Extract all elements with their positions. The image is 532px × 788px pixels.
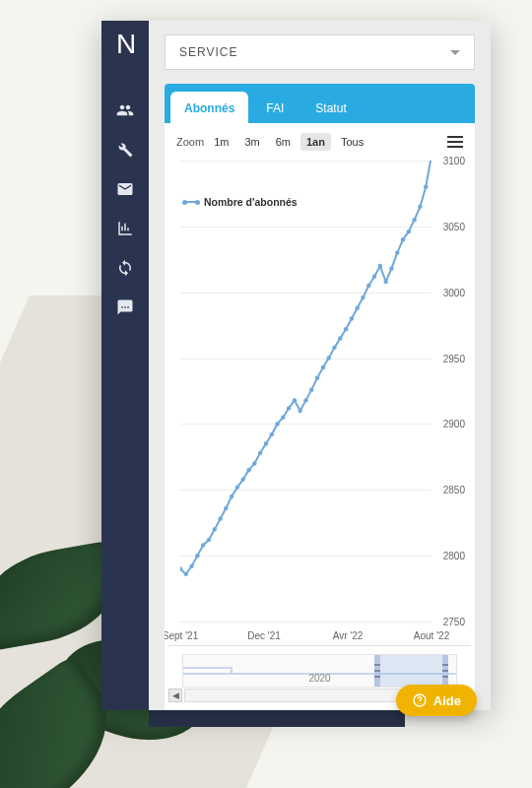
svg-point-24	[315, 375, 319, 379]
zoom-3m[interactable]: 3m	[238, 133, 265, 151]
help-icon	[412, 692, 428, 708]
svg-point-13	[252, 461, 256, 465]
zoom-all[interactable]: Tous	[335, 133, 369, 151]
y-axis-tick: 2950	[443, 353, 465, 363]
svg-point-20	[293, 398, 297, 402]
svg-point-29	[344, 327, 348, 331]
svg-point-15	[264, 441, 268, 445]
chart-card: Abonnés FAI Statut Zoom 1m 3m 6m 1an Tou…	[165, 84, 475, 710]
svg-point-38	[395, 250, 399, 254]
comment-icon[interactable]	[116, 298, 134, 316]
gridline	[180, 622, 432, 623]
svg-point-26	[326, 356, 330, 360]
svg-point-3	[195, 554, 199, 558]
svg-point-14	[258, 451, 262, 455]
tab-bar: Abonnés FAI Statut	[165, 84, 475, 123]
svg-point-11	[241, 477, 245, 481]
tab-subscribers[interactable]: Abonnés	[170, 92, 248, 123]
mail-icon[interactable]	[116, 180, 134, 198]
x-axis-tick: Sept '21	[165, 630, 198, 641]
service-select-label: SERVICE	[179, 45, 237, 59]
service-select[interactable]: SERVICE	[165, 34, 475, 70]
svg-point-18	[281, 416, 285, 420]
sidebar: N	[101, 21, 149, 710]
svg-point-22	[303, 398, 307, 402]
svg-point-5	[207, 538, 211, 542]
chart-plot-area[interactable]: Nombre d'abonnés 27502800285029002950300…	[168, 161, 471, 645]
chevron-down-icon	[450, 50, 460, 55]
sync-icon[interactable]	[116, 259, 134, 277]
y-axis-tick: 2750	[443, 617, 465, 627]
main-panel: SERVICE Abonnés FAI Statut Zoom 1m 3m 6m…	[149, 21, 491, 710]
svg-point-39	[401, 237, 405, 241]
wrench-icon[interactable]	[116, 141, 134, 159]
svg-point-31	[355, 306, 359, 310]
svg-point-41	[412, 218, 416, 222]
y-axis-tick: 2900	[443, 419, 465, 429]
x-axis-tick: Avr '22	[333, 630, 364, 641]
navigator-handle-right[interactable]	[442, 664, 448, 678]
svg-point-37	[389, 266, 393, 270]
tab-isp[interactable]: FAI	[252, 92, 298, 123]
svg-point-7	[218, 517, 222, 521]
tab-status[interactable]: Statut	[301, 92, 360, 123]
zoom-1m[interactable]: 1m	[208, 133, 234, 151]
svg-point-16	[270, 432, 274, 436]
svg-point-43	[424, 185, 428, 189]
line-series	[180, 161, 432, 622]
y-axis-tick: 3100	[443, 156, 465, 166]
navigator-scroll-left[interactable]: ◀	[168, 689, 182, 702]
x-axis-tick: Dec '21	[247, 630, 281, 641]
chart-menu-icon[interactable]	[447, 133, 463, 151]
zoom-6m[interactable]: 6m	[270, 133, 297, 151]
y-axis-tick: 2850	[443, 485, 465, 495]
svg-point-33	[366, 284, 370, 288]
svg-point-30	[350, 316, 354, 320]
x-axis-tick: Aout '22	[414, 630, 449, 641]
svg-point-4	[201, 543, 205, 547]
y-axis-tick: 3000	[443, 287, 465, 297]
navigator-track: 2020	[182, 654, 457, 688]
svg-point-21	[299, 409, 302, 413]
navigator-selection[interactable]	[374, 655, 448, 687]
svg-point-42	[418, 205, 422, 209]
svg-point-6	[213, 527, 217, 531]
svg-point-10	[235, 485, 239, 489]
svg-point-23	[309, 387, 313, 391]
logo: N	[116, 29, 134, 60]
chart-toolbar: Zoom 1m 3m 6m 1an Tous	[165, 123, 475, 157]
svg-point-1	[184, 572, 188, 576]
chart-icon[interactable]	[116, 220, 134, 237]
app-window: N SERVICE Abonnés FAI Statut	[101, 21, 491, 710]
svg-point-28	[338, 336, 342, 340]
users-icon[interactable]	[116, 101, 134, 119]
svg-point-12	[246, 468, 250, 472]
svg-point-25	[321, 365, 325, 369]
y-axis-tick: 3050	[443, 221, 465, 231]
svg-point-40	[407, 230, 411, 233]
help-button[interactable]: Aide	[396, 685, 477, 716]
svg-point-35	[378, 264, 382, 268]
svg-point-19	[287, 406, 291, 410]
zoom-1y[interactable]: 1an	[300, 133, 331, 151]
help-label: Aide	[433, 693, 461, 708]
y-axis-tick: 2800	[443, 551, 465, 561]
navigator-year-label: 2020	[308, 673, 330, 684]
svg-point-27	[332, 346, 336, 350]
svg-point-46	[419, 703, 420, 704]
svg-point-2	[189, 564, 193, 568]
svg-point-9	[230, 494, 233, 498]
zoom-group: Zoom 1m 3m 6m 1an Tous	[176, 133, 369, 151]
zoom-label: Zoom	[176, 136, 204, 148]
svg-point-36	[383, 280, 387, 284]
svg-point-17	[275, 422, 279, 426]
svg-point-32	[361, 296, 365, 299]
navigator-handle-left[interactable]	[374, 664, 380, 678]
svg-point-34	[372, 274, 376, 278]
svg-point-8	[224, 506, 228, 510]
